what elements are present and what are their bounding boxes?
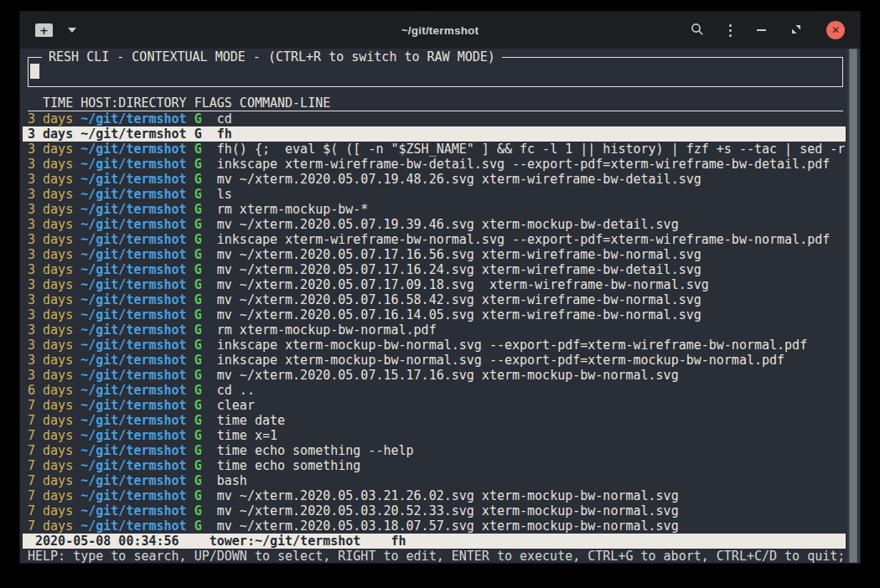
table-row[interactable]: 3 days ~/git/termshot G inkscape xterm-m… [23,353,846,368]
table-row[interactable]: 3 days ~/git/termshot G mv ~/xterm.2020.… [23,368,846,383]
directory-cell: ~/git/termshot [80,368,194,383]
command-cell: cd [217,111,232,126]
flags-cell: G [194,157,217,172]
time-cell: 7 days [28,518,80,534]
time-cell: 3 days [28,157,80,172]
time-cell: 6 days [28,383,80,398]
status-bar: 2020-05-08 00:34:56 tower:~/git/termshot… [23,534,846,549]
table-row[interactable]: 3 days ~/git/termshot G mv ~/xterm.2020.… [23,247,846,262]
table-row[interactable]: 3 days ~/git/termshot G mv ~/xterm.2020.… [23,277,846,292]
time-cell: 3 days [28,232,80,247]
time-cell: 3 days [28,307,80,322]
table-row[interactable]: 7 days ~/git/termshot G mv ~/xterm.2020.… [23,518,846,534]
flags-cell: G [194,217,217,232]
table-row[interactable]: 3 days ~/git/termshot G mv ~/xterm.2020.… [23,262,846,277]
table-row[interactable]: 3 days ~/git/termshot G mv ~/xterm.2020.… [23,292,846,307]
command-cell: fh [217,126,232,142]
table-row[interactable]: 3 days ~/git/termshot G mv ~/xterm.2020.… [23,307,846,322]
table-row[interactable]: 3 days ~/git/termshot G fh() {; eval $( … [23,142,846,157]
command-cell: time date [217,413,285,428]
flags-cell: G [194,368,217,383]
titlebar-right-controls: ✕ [687,12,848,49]
table-row[interactable]: 3 days ~/git/termshot G cd [23,111,846,126]
flags-cell: G [194,443,217,458]
scrollbar[interactable] [847,49,860,563]
command-cell: inkscape xterm-mockup-bw-normal.svg --ex… [217,338,807,353]
search-button[interactable] [687,19,707,42]
table-row[interactable]: 7 days ~/git/termshot G bash [23,473,846,488]
time-cell: 7 days [28,443,80,458]
table-row[interactable]: 7 days ~/git/termshot G time x=1 [23,428,846,443]
command-cell: inkscape xterm-mockup-bw-normal.svg --ex… [217,353,784,368]
search-panel[interactable]: RESH CLI - CONTEXTUAL MODE - (CTRL+R to … [28,57,843,87]
titlebar-left-controls: + [32,12,80,49]
terminal-window: + ~/git/termshot [20,12,860,563]
flags-cell: G [194,353,217,368]
time-cell: 3 days [28,111,80,126]
table-row[interactable]: 7 days ~/git/termshot G time date [23,413,846,428]
command-cell: rm xterm-mockup-bw-normal.pdf [217,322,437,338]
table-row[interactable]: 7 days ~/git/termshot G mv ~/xterm.2020.… [23,503,846,518]
tab-dropdown-button[interactable] [65,24,80,36]
table-row[interactable]: 7 days ~/git/termshot G mv ~/xterm.2020.… [23,488,846,503]
time-cell: 7 days [28,413,80,428]
table-row[interactable]: 3 days ~/git/termshot G ls [23,187,846,202]
close-icon: ✕ [826,21,845,39]
table-row[interactable]: 3 days ~/git/termshot G rm xterm-mockup-… [23,202,846,217]
new-tab-button[interactable]: + [32,20,56,40]
command-cell: ls [217,187,232,202]
time-cell: 3 days [28,247,80,262]
time-cell: 3 days [28,217,80,232]
flags-cell: G [194,428,217,443]
command-cell: mv ~/xterm.2020.05.03.18.07.57.svg xterm… [217,518,679,534]
directory-cell: ~/git/termshot [80,172,194,187]
close-button[interactable]: ✕ [823,18,848,43]
directory-cell: ~/git/termshot [80,488,194,503]
command-cell: mv ~/xterm.2020.05.07.16.58.42.svg xterm… [217,292,701,307]
command-cell: mv ~/xterm.2020.05.07.17.09.18.svg xterm… [217,277,709,292]
time-cell: 3 days [28,277,80,292]
flags-cell: G [194,202,217,217]
table-row[interactable]: 7 days ~/git/termshot G time echo someth… [23,458,846,473]
table-row[interactable]: 3 days ~/git/termshot G mv ~/xterm.2020.… [23,172,846,187]
table-row-selected[interactable]: 3 days ~/git/termshot G fh [23,126,846,142]
command-cell: inkscape xterm-wireframe-bw-detail.svg -… [217,157,831,172]
time-cell: 3 days [28,262,80,277]
directory-cell: ~/git/termshot [80,262,194,277]
directory-cell: ~/git/termshot [80,353,194,368]
flags-cell: G [194,322,217,338]
flags-cell: G [194,172,217,187]
flags-cell: G [194,398,217,413]
time-cell: 3 days [28,202,80,217]
time-cell: 7 days [28,458,80,473]
flags-cell: G [194,232,217,247]
command-cell: mv ~/xterm.2020.05.07.19.48.26.svg xterm… [217,172,701,187]
menu-button[interactable] [726,21,735,40]
command-cell: time echo something [217,458,361,473]
titlebar[interactable]: + ~/git/termshot [20,12,860,49]
table-row[interactable]: 3 days ~/git/termshot G rm xterm-mockup-… [23,322,846,338]
flags-cell: G [194,473,217,488]
time-cell: 7 days [28,428,80,443]
flags-cell: G [194,262,217,277]
scrollbar-thumb[interactable] [849,49,857,563]
directory-cell: ~/git/termshot [80,338,194,353]
desktop-background: + ~/git/termshot [0,0,880,588]
time-cell: 3 days [28,292,80,307]
restore-icon [791,24,801,37]
table-row[interactable]: 7 days ~/git/termshot G clear [23,398,846,413]
table-row[interactable]: 7 days ~/git/termshot G time echo someth… [23,443,846,458]
table-row[interactable]: 3 days ~/git/termshot G inkscape xterm-m… [23,338,846,353]
time-cell: 3 days [28,338,80,353]
minimize-button[interactable] [753,26,769,34]
table-row[interactable]: 3 days ~/git/termshot G mv ~/xterm.2020.… [23,217,846,232]
command-cell: clear [217,398,255,413]
table-row[interactable]: 6 days ~/git/termshot G cd .. [23,383,846,398]
directory-cell: ~/git/termshot [80,473,194,488]
restore-button[interactable] [788,21,805,40]
flags-cell: G [194,187,217,202]
table-row[interactable]: 3 days ~/git/termshot G inkscape xterm-w… [23,232,846,247]
table-row[interactable]: 3 days ~/git/termshot G inkscape xterm-w… [23,157,846,172]
directory-cell: ~/git/termshot [80,187,194,202]
directory-cell: ~/git/termshot [80,232,194,247]
